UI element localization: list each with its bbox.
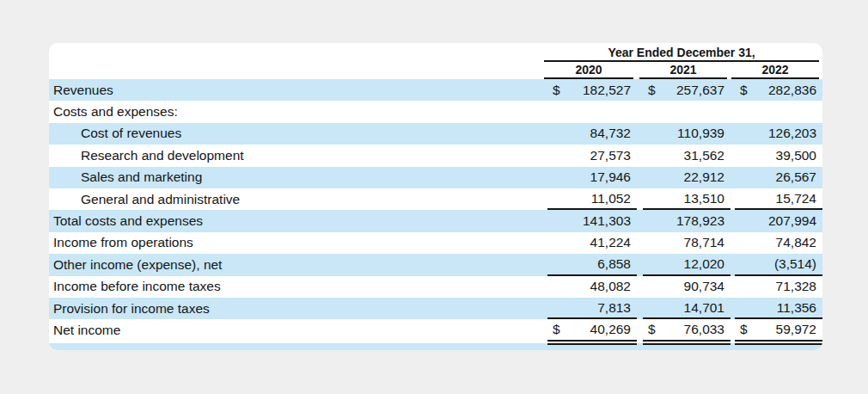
- cell-2021: $257,637: [643, 79, 730, 101]
- row-other-income-expense-net: Other income (expense), net 6,858 12,020…: [49, 254, 822, 275]
- row-general-and-administrative: General and administrative 11,052 13,510…: [49, 188, 822, 210]
- year-column-headers: 2020 2021 2022: [544, 63, 819, 79]
- cell-2021: 78,714: [643, 232, 730, 254]
- value-2020: 17,946: [590, 169, 637, 185]
- value-2021: 78,714: [684, 235, 730, 250]
- cell-2022: 71,328: [735, 276, 822, 298]
- row-label: Other income (expense), net: [49, 257, 547, 273]
- cell-2021: 14,701: [643, 298, 730, 319]
- row-research-and-development: Research and development 27,573 31,562 3…: [49, 145, 822, 166]
- cell-2020: 84,732: [547, 123, 637, 145]
- value-2020: 7,813: [597, 300, 637, 316]
- cell-2020: $182,527: [547, 79, 637, 101]
- value-2022: 15,724: [776, 191, 822, 206]
- value-2021: 22,912: [684, 169, 730, 185]
- row-label: Provision for income taxes: [49, 301, 547, 317]
- dollar-sign: $: [547, 83, 560, 98]
- value-2021: 13,510: [684, 191, 730, 206]
- column-header-2020: 2020: [544, 63, 633, 79]
- row-label: Costs and expenses:: [49, 104, 547, 120]
- table-header: Year Ended December 31, 2020 2021 2022: [49, 43, 822, 79]
- cell-2022: $282,836: [735, 79, 822, 101]
- cell-2021: [643, 101, 730, 122]
- value-2021: 178,923: [676, 213, 730, 229]
- cell-2020: 48,082: [547, 276, 637, 298]
- row-label: General and administrative: [49, 192, 547, 207]
- cell-2020: [547, 101, 637, 122]
- row-provision-for-income-taxes: Provision for income taxes 7,813 14,701 …: [49, 298, 822, 319]
- value-2021: 257,637: [676, 83, 730, 98]
- income-statement-card: Year Ended December 31, 2020 2021 2022 R…: [49, 43, 822, 350]
- value-2020: 40,269: [590, 322, 637, 337]
- row-label: Sales and marketing: [49, 169, 547, 185]
- cell-2022: [735, 101, 822, 122]
- value-2020: 27,573: [590, 148, 637, 163]
- cell-2022: $59,972: [735, 319, 822, 341]
- value-2022: 71,328: [776, 279, 822, 294]
- row-label: Revenues: [49, 83, 547, 98]
- row-label: Cost of revenues: [49, 126, 547, 141]
- row-total-costs-and-expenses: Total costs and expenses 141,303 178,923…: [49, 210, 822, 231]
- cell-2020: 6,858: [547, 254, 637, 275]
- row-income-from-operations: Income from operations 41,224 78,714 74,…: [49, 232, 822, 254]
- row-label: Research and development: [49, 148, 547, 163]
- dollar-sign: $: [735, 83, 748, 98]
- value-2021: 110,939: [677, 126, 730, 141]
- value-2022: 11,356: [777, 300, 822, 316]
- cell-2022: 207,994: [735, 210, 822, 231]
- dollar-sign: $: [547, 322, 560, 337]
- value-2020: 84,732: [590, 126, 637, 141]
- table-body: Revenues $182,527 $257,637 $282,836 Cost…: [49, 79, 822, 350]
- value-2022: 59,972: [776, 322, 822, 337]
- value-2021: 31,562: [684, 148, 730, 163]
- value-2021: 90,734: [684, 279, 730, 294]
- row-sales-and-marketing: Sales and marketing 17,946 22,912 26,567: [49, 167, 822, 188]
- cell-2020: 141,303: [547, 210, 637, 231]
- dollar-sign: $: [735, 322, 748, 337]
- row-label: Net income: [49, 323, 547, 338]
- value-2022: 74,842: [776, 235, 822, 250]
- cell-2022: 11,356: [735, 298, 822, 319]
- row-costs-and-expenses-heading: Costs and expenses:: [49, 101, 822, 122]
- cell-2020: 17,946: [547, 167, 637, 188]
- column-header-2022: 2022: [731, 63, 819, 79]
- row-revenues: Revenues $182,527 $257,637 $282,836: [49, 79, 822, 101]
- value-2020: 141,303: [583, 213, 637, 229]
- cell-2020: 41,224: [547, 232, 637, 254]
- value-2021: 76,033: [684, 322, 730, 337]
- row-cost-of-revenues: Cost of revenues 84,732 110,939 126,203: [49, 123, 822, 145]
- value-2022: 39,500: [776, 148, 822, 163]
- value-2020: 11,052: [591, 191, 637, 206]
- row-label: Total costs and expenses: [49, 213, 547, 229]
- value-2022: 26,567: [776, 169, 822, 185]
- value-2021: 14,701: [684, 300, 730, 316]
- cell-2022: 26,567: [735, 167, 822, 188]
- value-2020: 6,858: [597, 256, 637, 272]
- value-2022: (3,514): [774, 256, 822, 272]
- cell-2020: 27,573: [547, 145, 637, 166]
- row-label: Income before income taxes: [49, 279, 547, 294]
- cell-2022: 74,842: [735, 232, 822, 254]
- cell-2021: 90,734: [643, 276, 730, 298]
- cell-2020: 11,052: [547, 188, 637, 210]
- value-2020: 48,082: [590, 279, 637, 294]
- dollar-sign: $: [643, 83, 656, 98]
- cell-2021: 31,562: [643, 145, 730, 166]
- period-title: Year Ended December 31,: [544, 46, 819, 62]
- value-2020: 41,224: [590, 235, 637, 250]
- cell-2022: 39,500: [735, 145, 822, 166]
- value-2022: 282,836: [768, 83, 822, 98]
- cell-2022: 126,203: [735, 123, 822, 145]
- cell-2022: 15,724: [735, 188, 822, 210]
- cell-2020: 7,813: [547, 298, 637, 319]
- cell-2021: 178,923: [643, 210, 730, 231]
- cell-2021: 110,939: [643, 123, 730, 145]
- cell-2022: (3,514): [735, 254, 822, 275]
- row-label: Income from operations: [49, 235, 547, 250]
- row-net-income: Net income $40,269 $76,033 $59,972: [49, 319, 822, 341]
- cell-2021: 13,510: [643, 188, 730, 210]
- value-2021: 12,020: [684, 256, 730, 272]
- cell-2021: 12,020: [643, 254, 730, 275]
- row-income-before-income-taxes: Income before income taxes 48,082 90,734…: [49, 276, 822, 298]
- value-2020: 182,527: [583, 83, 637, 98]
